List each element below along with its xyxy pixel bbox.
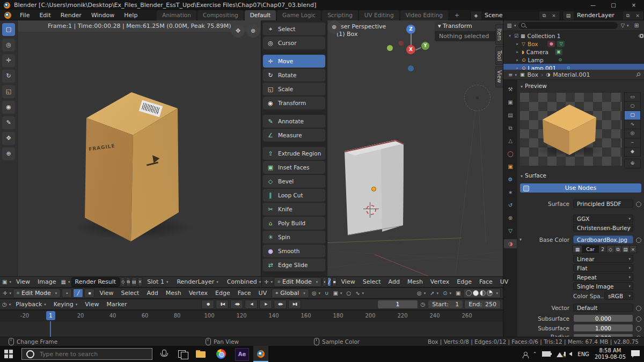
stopwatch-icon[interactable]: ◷: [419, 301, 427, 307]
dropdown[interactable]: Repeat: [573, 273, 633, 281]
object-label[interactable]: Box: [528, 41, 538, 47]
disclosure-icon[interactable]: ▸: [515, 50, 519, 54]
vector-select[interactable]: Default: [573, 304, 633, 312]
vertex-select-button[interactable]: ∙: [62, 289, 72, 298]
playhead[interactable]: 1: [46, 311, 55, 320]
tool-button[interactable]: ◱ Scale: [263, 83, 325, 95]
open-folder-icon[interactable]: ▤: [621, 245, 630, 253]
task-view-icon[interactable]: [177, 349, 189, 359]
menu-item[interactable]: Face: [234, 290, 255, 297]
disclosure-icon[interactable]: ▾: [508, 34, 512, 38]
shading-dropdown-icon[interactable]: [493, 290, 499, 296]
menu-item[interactable]: Edge: [211, 290, 234, 297]
tool-button[interactable]: ◉ Transform: [263, 97, 325, 109]
editor-type-icon[interactable]: ✛: [264, 279, 273, 285]
image-users-count[interactable]: 2: [598, 245, 607, 253]
solid-shading-button[interactable]: [473, 290, 479, 296]
animate-dot-icon[interactable]: [636, 316, 641, 322]
preview-type-button[interactable]: ▢: [624, 110, 641, 120]
network-icon[interactable]: ⚠: [556, 351, 564, 357]
transport-button[interactable]: ▶▮: [288, 300, 301, 309]
tool-button[interactable]: ⌖ Select: [263, 23, 325, 35]
gizmo-neg-z[interactable]: [408, 65, 414, 71]
transport-button[interactable]: ●: [201, 300, 214, 309]
use-nodes-button[interactable]: Use Nodes: [520, 183, 641, 193]
maximize-button[interactable]: □: [603, 0, 624, 10]
properties-tab[interactable]: ◯: [504, 149, 517, 158]
menu-item[interactable]: UV: [496, 278, 513, 285]
tool-button[interactable]: ✎ Annotate: [263, 115, 325, 128]
editor-type-icon[interactable]: ▣: [2, 279, 11, 285]
properties-tab[interactable]: ▽: [504, 226, 517, 235]
image-editor-tool-button[interactable]: ◎: [2, 39, 15, 51]
workspace-tab[interactable]: Default: [245, 10, 276, 20]
preview-type-button[interactable]: ▭: [624, 92, 641, 102]
image-editor-tool-button[interactable]: ◱: [2, 85, 15, 98]
mesh-data-icon[interactable]: ▽: [557, 41, 565, 47]
gizmo-x-axis[interactable]: X: [406, 45, 415, 54]
gizmo-y-axis[interactable]: Y: [421, 42, 429, 50]
menu-item[interactable]: Mesh: [404, 278, 427, 285]
editor-type-icon[interactable]: ▥: [507, 23, 516, 28]
camera-data-icon[interactable]: ▣: [555, 49, 562, 55]
blender-taskbar-icon[interactable]: [253, 346, 268, 362]
timeline-track-area[interactable]: [0, 321, 503, 337]
pass-dropdown[interactable]: Combined: [223, 278, 265, 285]
current-frame-field[interactable]: 1: [377, 300, 418, 309]
sidebar-tab[interactable]: View: [495, 66, 503, 87]
preview-type-button[interactable]: ◎: [624, 129, 641, 138]
render-layer-selector[interactable]: ▤ RenderLayer ⧉ ×: [562, 11, 644, 20]
image-editor[interactable]: Frame:1 | Time:00:00.28 | Mem:61.25M (0.…: [18, 20, 261, 276]
menu-item[interactable]: Image: [34, 278, 60, 285]
tool-button[interactable]: ◇ Bevel: [263, 175, 325, 188]
volume-icon[interactable]: [569, 352, 572, 356]
disclosure-icon[interactable]: ▸: [515, 58, 519, 62]
object-label[interactable]: Camera: [526, 49, 548, 55]
tool-button[interactable]: ✳ Spin: [263, 231, 325, 243]
pin-icon[interactable]: ⚲: [634, 71, 642, 79]
menu-item[interactable]: Vertex: [185, 290, 211, 297]
tool-button[interactable]: ✂ Knife: [263, 203, 325, 216]
timeline-ruler[interactable]: -20 20406080100120140160180200220240260 …: [0, 310, 503, 321]
zoom-icon[interactable]: ⊕: [246, 24, 260, 38]
outliner-row-collection[interactable]: ▾ ☑ ▦ Collection 1: [503, 32, 644, 40]
menu-item[interactable]: Vertex: [427, 278, 453, 285]
tray-expand-icon[interactable]: ⌃: [533, 351, 537, 357]
wireframe-shading-button[interactable]: [466, 290, 472, 296]
light-data-icon[interactable]: ⊙: [557, 57, 564, 63]
preview-type-button[interactable]: ⊕: [624, 159, 641, 168]
new-collection-icon[interactable]: ⊞: [632, 23, 641, 28]
properties-tab[interactable]: ↺: [504, 201, 517, 210]
gizmo-neg-x[interactable]: [399, 41, 404, 46]
preview-section-header[interactable]: ▾Preview: [521, 83, 547, 89]
menu-item[interactable]: Render: [56, 11, 86, 20]
menu-item[interactable]: View: [338, 278, 359, 285]
animate-dot-icon[interactable]: [636, 326, 641, 331]
orientation-selector[interactable]: ⌖Global: [272, 289, 309, 298]
tool-button[interactable]: ▣ Inset Faces: [263, 161, 325, 174]
mode-selector[interactable]: ⌗Edit Mode: [274, 277, 321, 287]
material-data-icon[interactable]: ●: [547, 41, 555, 47]
render-layer-name[interactable]: RenderLayer: [574, 11, 623, 20]
tool-button[interactable]: ⇄ Edge Slide: [263, 258, 325, 271]
properties-tab[interactable]: ◑: [504, 239, 517, 248]
colorspace-dropdown[interactable]: sRGB: [604, 292, 633, 300]
properties-tab[interactable]: ⊗: [504, 213, 517, 223]
slot-dropdown[interactable]: Slot 1: [143, 278, 172, 285]
breadcrumb-object[interactable]: Box: [528, 71, 538, 78]
base-color-texture-field[interactable]: CardboardBox.jpg: [573, 235, 633, 243]
workspace-tab[interactable]: +: [449, 10, 465, 20]
vertex-select-button[interactable]: ∙: [323, 277, 326, 286]
image-editor-tool-button[interactable]: ▢: [2, 23, 15, 36]
preview-type-button[interactable]: ⌢: [624, 138, 641, 147]
outliner-row-box[interactable]: ▸ ▽ Box ● ▽: [503, 40, 644, 48]
rendered-shading-button[interactable]: [487, 290, 493, 296]
transport-button[interactable]: ▶: [259, 300, 272, 309]
transport-button[interactable]: ◀◆: [230, 300, 243, 309]
battery-icon[interactable]: [542, 351, 551, 357]
tool-button[interactable]: ↻ Rotate: [263, 69, 325, 82]
image-datablock-name[interactable]: Render Result: [71, 277, 120, 287]
mode-selector[interactable]: ⌗Edit Mode: [13, 289, 61, 298]
editor-type-icon[interactable]: ◷: [2, 301, 11, 307]
snap-target-icon[interactable]: ▣: [331, 290, 343, 296]
